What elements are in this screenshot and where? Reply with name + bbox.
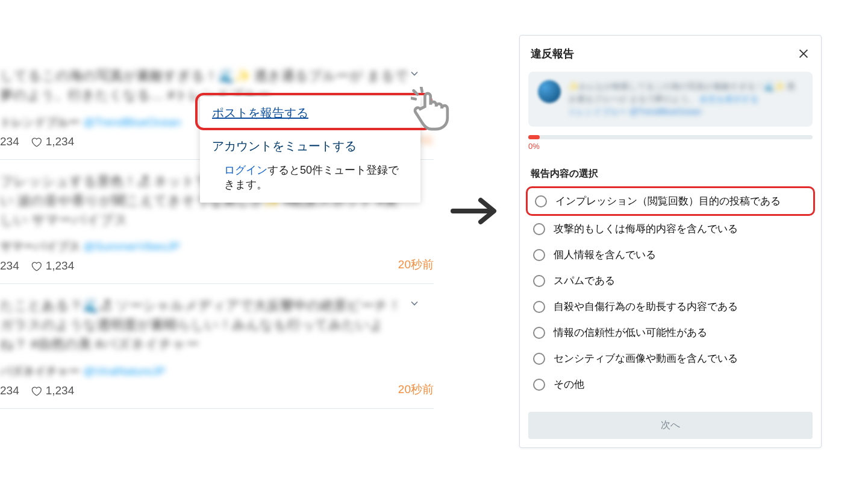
report-post-preview: ✨みんなが検索してるこの海の写真が素敵すぎる！🌊✨ 透き通るブルーが まるで夢の… — [528, 72, 813, 127]
heart-icon — [30, 136, 42, 148]
like-count: 1,234 — [46, 259, 75, 273]
avatar — [538, 80, 561, 103]
radio-icon — [533, 275, 545, 287]
post-action-menu: ポストを報告する アカウントをミュートする ログインすると50件ミュート登録でき… — [200, 96, 420, 203]
option-label: 個人情報を含んでいる — [554, 248, 656, 262]
radio-icon — [535, 195, 547, 207]
post-username: トレンドブルー — [0, 116, 80, 128]
option-label: 攻撃的もしくは侮辱的内容を含んでいる — [554, 222, 738, 236]
progress-bar — [528, 135, 813, 139]
heart-icon — [30, 385, 42, 397]
post-time: 20秒前 — [398, 257, 434, 273]
preview-body: ✨みんなが検索してるこの海の写真が素敵すぎる！🌊✨ 透き通るブルーが まるで夢の… — [568, 81, 795, 104]
option-label: インプレッション（閲覧回数）目的の投稿である — [555, 194, 781, 208]
radio-icon — [533, 301, 545, 313]
option-offensive[interactable]: 攻撃的もしくは侮辱的内容を含んでいる — [526, 216, 815, 242]
menu-item-mute-account[interactable]: アカウントをミュートする — [200, 130, 420, 163]
close-icon — [797, 47, 810, 60]
option-sensitive-media[interactable]: センシティブな画像や動画を含んでいる — [526, 345, 815, 371]
post: たことある？🌊🏖 ソーシャルメディアで大反響中の絶景ビーチ！ ガラスのような透明… — [0, 284, 434, 409]
like-button[interactable]: 1,234 — [30, 135, 75, 148]
preview-text: ✨みんなが検索してるこの海の写真が素敵すぎる！🌊✨ 透き通るブルーが まるで夢の… — [568, 80, 803, 118]
option-spam[interactable]: スパムである — [526, 268, 815, 294]
section-label: 報告内容の選択 — [520, 153, 821, 184]
menu-item-report-post[interactable]: ポストを報告する — [200, 96, 420, 130]
modal-header: 違反報告 — [520, 36, 821, 67]
post-time: 20秒前 — [398, 382, 434, 397]
post-username: バズネイチャー — [0, 365, 80, 377]
preview-expand-link[interactable]: 全文を表示する — [699, 94, 758, 104]
option-impression-farming[interactable]: インプレッション（閲覧回数）目的の投稿である — [526, 186, 815, 216]
progress: 0% — [520, 127, 821, 153]
post-text: たことある？🌊🏖 ソーシャルメディアで大反響中の絶景ビーチ！ ガラスのような透明… — [0, 296, 434, 354]
like-count: 1,234 — [46, 135, 75, 148]
like-button[interactable]: 1,234 — [30, 384, 75, 397]
next-button[interactable]: 次へ — [528, 412, 813, 439]
option-label: その他 — [554, 377, 584, 391]
option-label: センシティブな画像や動画を含んでいる — [554, 352, 738, 365]
option-unreliable[interactable]: 情報の信頼性が低い可能性がある — [526, 320, 815, 345]
menu-login-hint: ログインすると50件ミュート登録できます。 — [200, 163, 420, 203]
radio-icon — [533, 249, 545, 261]
post-counts: 234 1,234 — [0, 384, 434, 397]
modal-title: 違反報告 — [531, 46, 574, 61]
hand-pointer-icon — [411, 87, 458, 134]
like-button[interactable]: 1,234 — [30, 259, 75, 273]
post-user: バズネイチャー @ViralNatureJP — [0, 364, 434, 379]
post-count-1: 234 — [0, 259, 19, 273]
post-count-1: 234 — [0, 135, 19, 148]
radio-icon — [533, 223, 545, 235]
option-self-harm[interactable]: 自殺や自傷行為のを助長する内容である — [526, 294, 815, 320]
option-label: 自殺や自傷行為のを助長する内容である — [554, 300, 738, 314]
close-button[interactable] — [797, 47, 810, 60]
progress-fill — [528, 135, 540, 139]
preview-username: トレンドブルー — [568, 107, 629, 116]
option-label: 情報の信頼性が低い可能性がある — [554, 326, 707, 339]
login-link[interactable]: ログイン — [224, 164, 267, 176]
post-user: サマーバイブス @SummerVibesJP — [0, 239, 434, 254]
post-counts: 234 1,234 — [0, 259, 434, 273]
post-count-1: 234 — [0, 384, 19, 397]
post-handle[interactable]: @ViralNatureJP — [83, 365, 165, 377]
option-other[interactable]: その他 — [526, 371, 815, 397]
like-count: 1,234 — [46, 384, 75, 397]
post-username: サマーバイブス — [0, 240, 80, 253]
post-handle[interactable]: @TrendBlueOcean — [83, 116, 181, 128]
option-label: スパムである — [554, 274, 615, 288]
post-handle[interactable]: @SummerVibesJP — [83, 240, 180, 253]
radio-icon — [533, 353, 545, 365]
preview-handle: @TrendBlueOcean — [629, 107, 702, 116]
heart-icon — [30, 260, 42, 272]
report-modal: 違反報告 ✨みんなが検索してるこの海の写真が素敵すぎる！🌊✨ 透き通るブルーが … — [519, 35, 822, 448]
radio-icon — [533, 327, 545, 339]
option-personal-info[interactable]: 個人情報を含んでいる — [526, 242, 815, 268]
report-options: インプレッション（閲覧回数）目的の投稿である 攻撃的もしくは侮辱的内容を含んでい… — [520, 184, 821, 408]
radio-icon — [533, 379, 545, 391]
progress-label: 0% — [528, 142, 813, 151]
arrow-right-icon — [451, 197, 499, 226]
